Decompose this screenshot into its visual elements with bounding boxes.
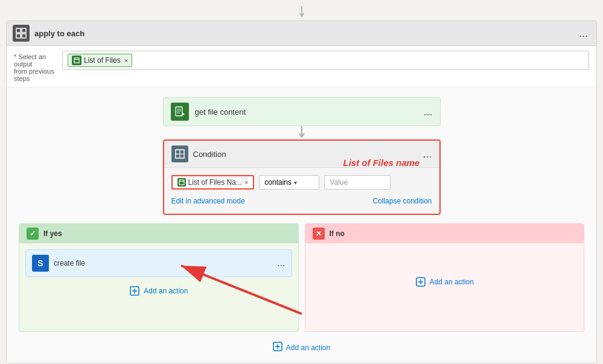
svg-rect-4 [22, 34, 26, 38]
branch-no-content: Add an action [305, 243, 584, 316]
condition-more-button[interactable]: ... [423, 148, 432, 161]
branch-yes-check-icon: ✓ [27, 228, 39, 240]
apply-to-each-title: apply to each [34, 29, 576, 38]
chevron-down-icon: ▾ [294, 179, 297, 186]
select-output-row: * Select an output from previous steps L… [7, 46, 596, 88]
apply-to-each-icon [13, 25, 30, 42]
create-file-title: create file [54, 259, 277, 267]
branches-row: ✓ If yes S create file ... [19, 223, 584, 332]
list-of-files-tag-text: List of Files [84, 56, 121, 65]
connector-arrow-1 [297, 126, 307, 139]
svg-rect-5 [74, 58, 79, 63]
collapse-condition-link[interactable]: Collapse condition [372, 197, 432, 205]
branch-no-add-action-button[interactable]: Add an action [409, 273, 480, 291]
branch-yes-add-action-label: Add an action [144, 287, 188, 295]
content-area: get file content ... [7, 88, 596, 363]
svg-rect-1 [16, 28, 21, 33]
condition-row: List of Files Na... × contains ▾ Value [171, 175, 432, 190]
condition-tag-text: List of Files Na... [188, 178, 242, 187]
svg-rect-3 [16, 34, 21, 38]
top-connector-arrow [6, 6, 597, 18]
list-of-files-name-label: List of Files name [343, 158, 420, 168]
create-file-more-button[interactable]: ... [277, 258, 285, 269]
branch-no-label: If no [330, 229, 345, 238]
select-output-label: * Select an output from previous steps [14, 51, 62, 82]
branch-yes: ✓ If yes S create file ... [19, 223, 299, 332]
list-of-files-tag-close[interactable]: × [124, 57, 128, 64]
condition-tag-icon [177, 178, 186, 187]
condition-operator-select[interactable]: contains ▾ [259, 175, 319, 190]
add-action-icon-yes [129, 286, 140, 296]
branch-no: ✕ If no [305, 223, 585, 332]
bottom-add-action-label: Add an action [286, 343, 330, 352]
condition-body: List of Files Na... × contains ▾ Value [164, 168, 439, 214]
list-of-files-tag: List of Files × [68, 54, 132, 67]
condition-block: Condition ... [163, 139, 441, 215]
branch-yes-content: S create file ... [19, 243, 298, 306]
bottom-add-action-icon [273, 342, 282, 353]
create-file-card[interactable]: S create file ... [25, 249, 292, 277]
condition-tag-close[interactable]: × [244, 179, 248, 186]
condition-tag[interactable]: List of Files Na... × [171, 175, 255, 190]
edit-advanced-mode-link[interactable]: Edit in advanced mode [171, 197, 245, 205]
get-file-content-more-button[interactable]: ... [423, 106, 432, 118]
branch-yes-label: If yes [43, 229, 62, 238]
svg-rect-16 [179, 180, 184, 185]
apply-to-each-block: apply to each ... * Select an output fro… [6, 21, 597, 363]
get-file-content-card[interactable]: get file content ... [163, 97, 441, 126]
condition-footer: Edit in advanced mode Collapse condition [171, 194, 432, 206]
list-of-files-tag-icon [72, 56, 81, 65]
select-output-field[interactable]: List of Files × [62, 51, 589, 70]
bottom-add-action[interactable]: Add an action [273, 342, 330, 353]
apply-to-each-more-button[interactable]: ... [576, 26, 590, 41]
create-file-icon: S [32, 255, 49, 272]
branch-no-x-icon: ✕ [313, 228, 325, 240]
condition-container: Condition ... [163, 139, 441, 215]
add-action-icon-no [415, 276, 426, 287]
get-file-content-icon [171, 103, 189, 121]
branch-no-header: ✕ If no [305, 224, 584, 243]
condition-icon [171, 145, 188, 162]
condition-value-input[interactable]: Value [324, 175, 391, 190]
condition-operator-value: contains [264, 178, 292, 187]
branch-yes-add-action-button[interactable]: Add an action [123, 282, 194, 300]
get-file-content-title: get file content [195, 107, 424, 117]
highlighted-annotation: List of Files name [341, 158, 420, 168]
branch-yes-header: ✓ If yes [19, 224, 298, 243]
get-file-content-header: get file content ... [164, 98, 440, 126]
branch-no-add-action-label: Add an action [430, 278, 474, 286]
main-container: apply to each ... * Select an output fro… [0, 0, 603, 364]
condition-value-placeholder: Value [330, 178, 348, 187]
apply-to-each-header: apply to each ... [7, 21, 596, 46]
svg-marker-11 [182, 112, 185, 116]
svg-rect-2 [22, 28, 26, 33]
